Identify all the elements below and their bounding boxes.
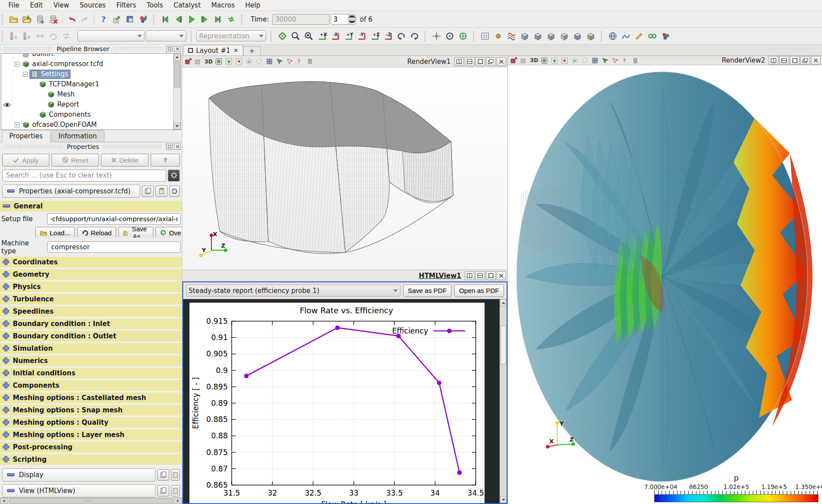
pipeline-item-settings[interactable]: Settings	[13, 69, 173, 79]
search-input[interactable]	[2, 170, 166, 182]
zoom-to-data-icon[interactable]	[289, 30, 301, 42]
section-boundary-condition-outlet[interactable]: Boundary condition : Outlet	[0, 331, 182, 341]
override-button[interactable]: Ove	[156, 227, 182, 237]
open-file-icon[interactable]	[7, 13, 19, 25]
interactive-select-cells-icon[interactable]	[600, 56, 610, 65]
component-combo[interactable]	[146, 30, 186, 41]
interactive-select-cells-icon[interactable]	[275, 57, 284, 66]
pipeline-item-tcfdmanager1[interactable]: TCFDManager1	[13, 79, 173, 89]
tree-collapse-icon[interactable]	[15, 62, 19, 67]
split-vertical-icon[interactable]	[779, 56, 789, 65]
new-layout-tab[interactable]: +	[243, 46, 261, 56]
tree-collapse-icon[interactable]	[23, 72, 28, 77]
toolbar-grip[interactable]	[241, 14, 243, 25]
pipeline-item-builtin-[interactable]: builtin:	[13, 54, 173, 59]
redo-icon[interactable]	[79, 13, 91, 25]
pick-center-icon[interactable]	[444, 30, 455, 42]
help-icon[interactable]: ?	[97, 13, 109, 25]
maximize-icon[interactable]	[486, 271, 496, 280]
toolbar-grip[interactable]	[1, 31, 4, 41]
section-physics[interactable]: Physics	[0, 282, 182, 292]
visibility-eye-icon[interactable]	[3, 102, 11, 107]
pipeline-item-report[interactable]: Report	[13, 100, 173, 110]
color-palette-icon[interactable]	[137, 13, 149, 25]
toolbar-grip[interactable]	[190, 31, 193, 41]
save-data-icon[interactable]	[21, 13, 33, 25]
load-button[interactable]: Load...	[35, 227, 75, 237]
camera-minus-y-icon[interactable]: -Y	[355, 30, 367, 42]
section-coordinates[interactable]: Coordinates	[0, 257, 182, 267]
camera-minus-x-icon[interactable]: -X	[329, 30, 341, 42]
menu-macros[interactable]: Macros	[207, 0, 240, 10]
reset-button[interactable]: Reset	[52, 154, 99, 167]
setup-file-input[interactable]	[47, 213, 181, 225]
panel-horizontal-scrollbar[interactable]	[0, 497, 182, 504]
first-frame-icon[interactable]	[159, 13, 171, 25]
tab-information[interactable]: Information	[51, 130, 104, 142]
representation-combo[interactable]: Representation	[196, 30, 266, 41]
toggle-interaction-mode-3d[interactable]: 3D	[529, 56, 539, 65]
frame-down-arrow-icon[interactable]	[348, 19, 355, 24]
select-points-polygon-icon[interactable]	[580, 56, 589, 65]
split-horizontal-icon[interactable]	[454, 57, 464, 66]
display-group-toggle[interactable]: Display	[2, 468, 156, 482]
camera-plus-y-icon[interactable]: +Y	[342, 30, 354, 42]
server-disconnect-icon[interactable]	[47, 13, 59, 25]
frame-spinbox[interactable]	[331, 14, 356, 25]
save-as-button[interactable]: Save As...	[118, 227, 153, 237]
tab-layout-1[interactable]: Layout #1 ✕	[183, 45, 243, 56]
select-points-rect-icon[interactable]	[234, 57, 244, 66]
frame-input[interactable]	[331, 15, 348, 24]
section-meshing-options-quality[interactable]: Meshing options : Quality	[0, 417, 182, 428]
section-general[interactable]: General	[0, 201, 182, 211]
popout-icon[interactable]	[486, 57, 496, 66]
scroll-down-icon[interactable]	[500, 496, 507, 503]
view-group-toggle[interactable]: View (HTMLView)	[2, 484, 156, 497]
scroll-thumb[interactable]	[174, 61, 180, 88]
select-cells-polygon-icon[interactable]	[244, 57, 254, 66]
split-horizontal-icon[interactable]	[465, 271, 474, 280]
zoom-closest-icon[interactable]	[303, 30, 315, 42]
toggle-color-legend-icon[interactable]: e	[7, 30, 19, 42]
section-numerics[interactable]: Numerics	[0, 356, 182, 366]
select-block-icon[interactable]	[590, 56, 600, 65]
section-meshing-options-layer-mesh[interactable]: Meshing options : Layer mesh	[0, 430, 182, 440]
paste-view-icon[interactable]	[171, 485, 180, 497]
adjust-camera-icon[interactable]	[214, 57, 223, 66]
section-scripting[interactable]: Scripting	[0, 454, 182, 465]
time-value-input[interactable]	[272, 14, 330, 25]
pipeline-item-axial-compressor-tcfd[interactable]: axial-compressor.tcfd	[13, 59, 173, 69]
last-frame-icon[interactable]	[212, 13, 224, 25]
reload-button[interactable]: Reload	[77, 227, 117, 237]
scroll-down-icon[interactable]	[174, 122, 181, 130]
toolbar-grip[interactable]	[1, 14, 4, 25]
menu-filters[interactable]: Filters	[111, 0, 141, 10]
menu-edit[interactable]: Edit	[25, 0, 48, 10]
scroll-thumb[interactable]	[9, 498, 173, 504]
select-cells-rect-icon[interactable]	[550, 56, 559, 65]
pressure-color-legend[interactable]: p 7.000e+04862501.02e+51.19e+51.350e+05	[654, 474, 818, 502]
select-points-polygon-icon[interactable]	[255, 57, 264, 66]
probe-location-icon[interactable]	[492, 30, 504, 42]
server-connect-icon[interactable]	[34, 13, 46, 25]
next-frame-icon[interactable]	[199, 13, 211, 25]
loop-icon[interactable]	[225, 13, 237, 25]
camera-plus-z-icon[interactable]: +Z	[369, 30, 381, 42]
hover-cells-icon[interactable]: ?	[295, 57, 304, 66]
toolbar-grip[interactable]	[270, 31, 272, 41]
toggle-interaction-mode-3d[interactable]: 3D	[204, 57, 213, 66]
close-view-icon[interactable]	[496, 57, 506, 66]
toolbar-grip[interactable]	[600, 31, 603, 41]
report-select-combo[interactable]: Steady-state report (efficiency probe 1)	[186, 285, 400, 296]
clip-box-icon[interactable]	[518, 30, 530, 42]
save-as-pdf-button[interactable]: Save as PDF	[403, 285, 452, 297]
select-cells-polygon-icon[interactable]	[570, 56, 579, 65]
show-center-axes-icon[interactable]	[430, 30, 442, 42]
copy-view-icon[interactable]	[157, 485, 169, 497]
renderview1-viewport[interactable]: XYZ	[182, 67, 507, 270]
close-view-icon[interactable]	[496, 271, 506, 280]
menu-view[interactable]: View	[48, 0, 74, 10]
pipeline-scrollbar[interactable]	[173, 54, 181, 130]
copy-display-icon[interactable]	[157, 469, 169, 481]
extract-cube-icon[interactable]	[558, 30, 570, 42]
